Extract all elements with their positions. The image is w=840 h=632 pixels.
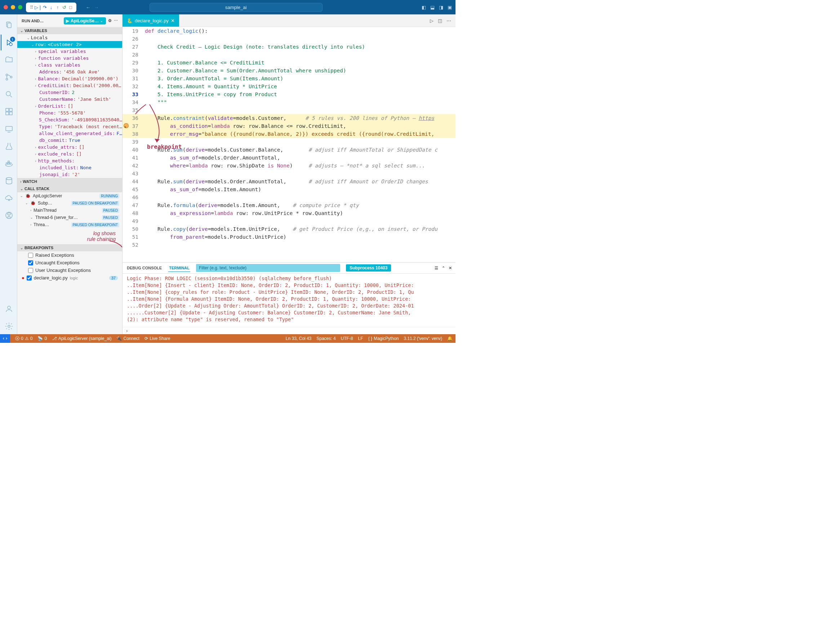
code-line[interactable]: 32 4. Items.Amount = Quantity * UnitPric… xyxy=(123,82,455,90)
editor-tab-active[interactable]: 🐍 declare_logic.py ✕ xyxy=(123,14,179,27)
split-icon[interactable]: ◫ xyxy=(438,18,442,24)
panel-tab-terminal[interactable]: TERMINAL xyxy=(168,264,190,272)
gear-icon[interactable]: ⚙ xyxy=(108,18,112,23)
breakpoint-checkbox[interactable] xyxy=(28,260,33,265)
activity-scm-icon[interactable] xyxy=(1,69,17,85)
status-connect[interactable]: 🔌Connect xyxy=(117,336,139,341)
variable-row[interactable]: Type: 'Traceback (most recent… xyxy=(17,123,122,130)
variable-row[interactable]: ›OrderList: [] xyxy=(17,102,122,109)
breakpoint-option-row[interactable]: User Uncaught Exceptions xyxy=(17,266,122,274)
code-line[interactable]: 36 Rule.constraint(validate=models.Custo… xyxy=(123,114,455,122)
breakpoint-indicator-icon[interactable] xyxy=(124,123,128,128)
variable-row[interactable]: CustomerID: 2 xyxy=(17,89,122,96)
close-window-icon[interactable] xyxy=(3,5,8,9)
code-line[interactable]: 51 from_parent=models.Product.UnitPrice) xyxy=(123,233,455,241)
breakpoint-checkbox[interactable] xyxy=(28,253,33,258)
callstack-row[interactable]: ›MainThreadPAUSED xyxy=(17,207,122,214)
code-line[interactable]: 44 Rule.sum(derive=models.Order.AmountTo… xyxy=(123,178,455,186)
code-line[interactable]: 28 xyxy=(123,51,455,59)
code-line[interactable]: 43 xyxy=(123,170,455,178)
step-out-icon[interactable]: ↑ xyxy=(55,4,60,11)
list-icon[interactable]: ☰ xyxy=(434,266,438,270)
activity-docker-icon[interactable] xyxy=(1,156,17,172)
code-line[interactable]: 30 2. Customer.Balance = Sum(Order.Amoun… xyxy=(123,67,455,74)
status-language[interactable]: { } MagicPython xyxy=(368,336,399,341)
code-line[interactable]: 37 as_condition=lambda row: row.Balance … xyxy=(123,122,455,130)
code-line[interactable]: 47 Rule.formula(derive=models.Item.Amoun… xyxy=(123,201,455,209)
close-tab-icon[interactable]: ✕ xyxy=(171,18,175,24)
panel-left-icon[interactable]: ◧ xyxy=(422,5,426,10)
minimize-window-icon[interactable] xyxy=(11,5,15,9)
continue-icon[interactable]: ▷❘ xyxy=(35,4,41,11)
chevron-up-icon[interactable]: ⌃ xyxy=(442,266,445,270)
variable-row[interactable]: S_CheckSum: '-491809811635040… xyxy=(17,116,122,123)
panel-right-icon[interactable]: ◨ xyxy=(439,5,443,10)
activity-test-icon[interactable] xyxy=(1,138,17,154)
code-line[interactable]: 29 1. Customer.Balance <= CreditLimit xyxy=(123,59,455,67)
variable-row-selected[interactable]: ⌄ row: <Customer 2> xyxy=(17,41,122,48)
close-panel-icon[interactable]: ✕ xyxy=(448,266,452,270)
variable-row[interactable]: ›Balance: Decimal('199900.00') xyxy=(17,75,122,82)
status-cursor[interactable]: Ln 33, Col 43 xyxy=(286,336,311,341)
panel-bottom-icon[interactable]: ⬓ xyxy=(430,5,434,10)
code-line[interactable]: 50 Rule.copy(derive=models.Item.UnitPric… xyxy=(123,225,455,233)
run-icon[interactable]: ▷ xyxy=(430,18,434,24)
activity-folder-icon[interactable] xyxy=(1,52,17,68)
activity-explorer-icon[interactable] xyxy=(1,17,17,33)
terminal-output[interactable]: Logic Phase: ROW LOGIC (session=0x10d1b3… xyxy=(123,274,455,327)
variable-group[interactable]: ›function variables xyxy=(17,55,122,61)
activity-remote-icon[interactable] xyxy=(1,121,17,137)
code-line[interactable]: 31 3. Order.AmountTotal = Sum(Items.Amou… xyxy=(123,74,455,82)
code-line[interactable]: 38 error_msg="balance ({round(row.Balanc… xyxy=(123,130,455,138)
breakpoint-option-row[interactable]: Uncaught Exceptions xyxy=(17,259,122,266)
activity-debug-icon[interactable]: 1 xyxy=(1,35,17,50)
code-line[interactable]: 33 5. Items.UnitPrice = copy from Produc… xyxy=(123,90,455,98)
restart-icon[interactable]: ↺ xyxy=(61,4,67,11)
breakpoint-option-row[interactable]: Raised Exceptions xyxy=(17,251,122,259)
status-branch[interactable]: ⎇ApiLogicServer (sample_ai) xyxy=(52,336,111,341)
variable-row[interactable]: db_commit: True xyxy=(17,137,122,144)
drag-handle-icon[interactable]: ⠿ xyxy=(29,4,35,11)
variable-row[interactable]: Address: '456 Oak Ave' xyxy=(17,68,122,75)
code-line[interactable]: 41 as_sum_of=models.Order.AmountTotal, xyxy=(123,154,455,162)
maximize-window-icon[interactable] xyxy=(18,5,22,9)
activity-github-icon[interactable] xyxy=(1,207,17,223)
variable-group[interactable]: ›special variables xyxy=(17,48,122,55)
panel-filter-input[interactable] xyxy=(196,264,340,272)
activity-cloud-icon[interactable] xyxy=(1,190,17,206)
status-python[interactable]: 3.11.2 ('venv': venv) xyxy=(404,336,442,341)
callstack-row[interactable]: ⌄🐞ApiLogicServerRUNNING xyxy=(17,192,122,200)
variable-row[interactable]: jsonapi_id: '2' xyxy=(17,171,122,178)
activity-account-icon[interactable] xyxy=(1,301,17,317)
activity-search-icon[interactable] xyxy=(1,87,17,102)
variable-row[interactable]: allow_client_generated_ids: F… xyxy=(17,130,122,137)
callstack-row[interactable]: ⌄🐞Subp…PAUSED ON BREAKPOINT xyxy=(17,200,122,207)
status-encoding[interactable]: UTF-8 xyxy=(341,336,353,341)
code-line[interactable]: 52 xyxy=(123,241,455,249)
stop-icon[interactable]: □ xyxy=(68,4,74,11)
breakpoints-section-header[interactable]: ⌄ BREAKPOINTS xyxy=(17,244,122,251)
code-line[interactable]: 26 xyxy=(123,35,455,43)
code-line[interactable]: 49 xyxy=(123,217,455,225)
activity-extensions-icon[interactable] xyxy=(1,104,17,120)
nav-forward-icon[interactable]: → xyxy=(94,5,99,10)
variable-row[interactable]: ›exclude_attrs: [] xyxy=(17,144,122,151)
status-ports[interactable]: 📡0 xyxy=(38,336,47,341)
callstack-section-header[interactable]: ⌄ CALL STACK xyxy=(17,185,122,192)
command-center[interactable]: sample_ai xyxy=(150,3,322,12)
variable-row[interactable]: ›exclude_rels: [] xyxy=(17,151,122,158)
variable-group[interactable]: ›class variables xyxy=(17,61,122,68)
variable-row[interactable]: ›CreditLimit: Decimal('2000.00… xyxy=(17,82,122,89)
status-eol[interactable]: LF xyxy=(358,336,363,341)
code-line[interactable]: 45 as_sum_of=models.Item.Amount) xyxy=(123,186,455,193)
more-icon[interactable]: ⋯ xyxy=(447,18,451,24)
variable-row[interactable]: Phone: '555-5678' xyxy=(17,109,122,116)
watch-section-header[interactable]: › WATCH xyxy=(17,178,122,185)
nav-back-icon[interactable]: ← xyxy=(86,5,90,10)
locals-group[interactable]: ⌄ Locals xyxy=(17,34,122,41)
callstack-row[interactable]: ›Threa…PAUSED ON BREAKPOINT xyxy=(17,221,122,228)
code-line[interactable]: 48 as_expression=lambda row: row.UnitPri… xyxy=(123,209,455,217)
activity-database-icon[interactable] xyxy=(1,173,17,189)
remote-indicator[interactable] xyxy=(0,334,10,343)
subprocess-chip[interactable]: Subprocess 10403 xyxy=(346,264,391,271)
